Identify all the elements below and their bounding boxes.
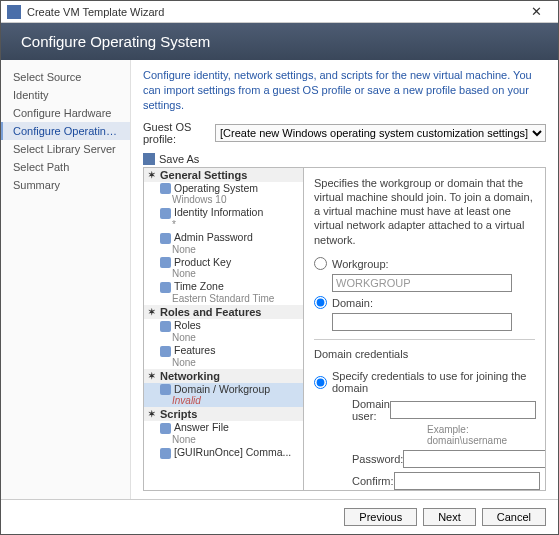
specify-creds-radio[interactable] — [314, 376, 327, 389]
banner: Configure Operating System — [1, 23, 558, 60]
nav-identity[interactable]: Identity — [1, 86, 130, 104]
banner-title: Configure Operating System — [21, 33, 210, 50]
node-admin-pw[interactable]: Admin Password None — [144, 231, 303, 256]
script-icon — [160, 448, 171, 459]
guest-profile-row: Guest OS profile: [Create new Windows op… — [143, 121, 546, 145]
settings-tree: General Settings Operating System Window… — [144, 168, 304, 490]
credentials-header: Domain credentials — [314, 348, 535, 360]
content-panes: General Settings Operating System Window… — [143, 167, 546, 491]
domain-user-input[interactable] — [390, 401, 536, 419]
domain-radio[interactable] — [314, 296, 327, 309]
nav-summary[interactable]: Summary — [1, 176, 130, 194]
node-gui-runonce[interactable]: [GUIRunOnce] Comma... — [144, 446, 303, 460]
node-timezone[interactable]: Time Zone Eastern Standard Time — [144, 280, 303, 305]
app-icon — [7, 5, 21, 19]
node-features[interactable]: Features None — [144, 344, 303, 369]
node-answer-file[interactable]: Answer File None — [144, 421, 303, 446]
group-general[interactable]: General Settings — [144, 168, 303, 182]
group-roles[interactable]: Roles and Features — [144, 305, 303, 319]
os-icon — [160, 183, 171, 194]
domain-user-example: Example: domain\username — [427, 424, 535, 446]
roles-icon — [160, 321, 171, 332]
window: Create VM Template Wizard ✕ Configure Op… — [0, 0, 559, 535]
key-icon — [160, 257, 171, 268]
nav-select-source[interactable]: Select Source — [1, 68, 130, 86]
cancel-button[interactable]: Cancel — [482, 508, 546, 526]
nav-configure-hardware[interactable]: Configure Hardware — [1, 104, 130, 122]
password-input[interactable] — [403, 450, 545, 468]
titlebar: Create VM Template Wizard ✕ — [1, 1, 558, 23]
network-icon — [160, 384, 171, 395]
wizard-nav: Select Source Identity Configure Hardwar… — [1, 60, 131, 499]
detail-panel: Specifies the workgroup or domain that t… — [304, 168, 545, 490]
node-domain-workgroup[interactable]: Domain / Workgroup Invalid — [144, 383, 303, 408]
identity-icon — [160, 208, 171, 219]
workgroup-input — [332, 274, 512, 292]
group-networking[interactable]: Networking — [144, 369, 303, 383]
main-panel: Configure identity, network settings, an… — [131, 60, 558, 499]
domain-input[interactable] — [332, 313, 512, 331]
intro-text: Configure identity, network settings, an… — [143, 68, 546, 113]
footer: Previous Next Cancel — [1, 499, 558, 534]
workgroup-option[interactable]: Workgroup: — [314, 257, 535, 270]
file-icon — [160, 423, 171, 434]
node-identity[interactable]: Identity Information * — [144, 206, 303, 231]
guest-profile-select[interactable]: [Create new Windows operating system cus… — [215, 124, 546, 142]
window-title: Create VM Template Wizard — [27, 6, 520, 18]
previous-button[interactable]: Previous — [344, 508, 417, 526]
group-scripts[interactable]: Scripts — [144, 407, 303, 421]
password-icon — [160, 233, 171, 244]
save-icon — [143, 153, 155, 165]
domain-option[interactable]: Domain: — [314, 296, 535, 309]
node-product-key[interactable]: Product Key None — [144, 256, 303, 281]
confirm-input[interactable] — [394, 472, 540, 490]
detail-description: Specifies the workgroup or domain that t… — [314, 176, 535, 247]
clock-icon — [160, 282, 171, 293]
close-icon[interactable]: ✕ — [520, 4, 552, 19]
nav-select-library[interactable]: Select Library Server — [1, 140, 130, 158]
node-os[interactable]: Operating System Windows 10 — [144, 182, 303, 207]
nav-configure-os[interactable]: Configure Operating... — [1, 122, 130, 140]
features-icon — [160, 346, 171, 357]
guest-profile-label: Guest OS profile: — [143, 121, 209, 145]
workgroup-radio[interactable] — [314, 257, 327, 270]
nav-select-path[interactable]: Select Path — [1, 158, 130, 176]
body: Select Source Identity Configure Hardwar… — [1, 60, 558, 499]
specify-creds-option[interactable]: Specify credentials to use for joining t… — [314, 370, 535, 394]
save-as-button[interactable]: Save As — [143, 153, 546, 165]
next-button[interactable]: Next — [423, 508, 476, 526]
node-roles[interactable]: Roles None — [144, 319, 303, 344]
